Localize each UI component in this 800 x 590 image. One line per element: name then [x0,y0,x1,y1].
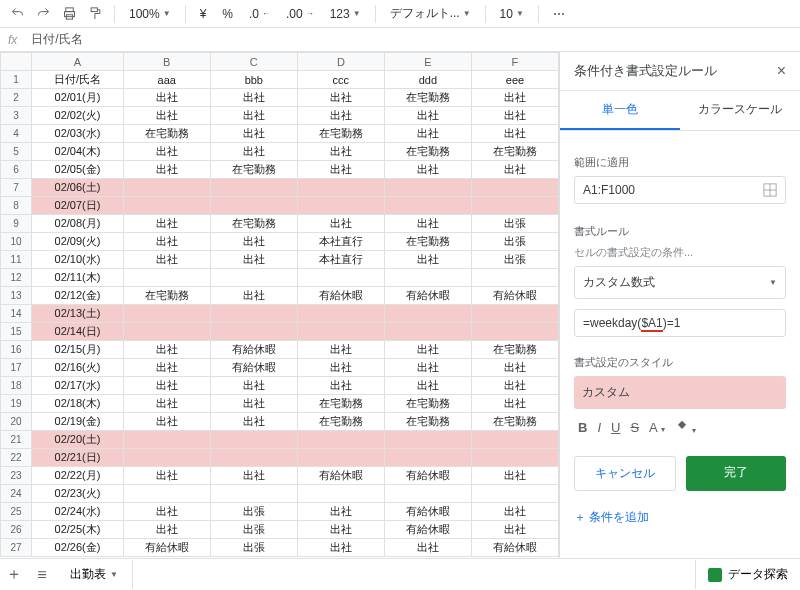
cell[interactable]: 出社 [471,395,558,413]
cell[interactable]: 有給休暇 [384,521,471,539]
cell[interactable]: 02/05(金) [32,161,124,179]
cell[interactable] [471,485,558,503]
font-select[interactable]: デフォルト...▼ [384,5,477,22]
row-header[interactable]: 23 [1,467,32,485]
paint-format-button[interactable] [84,3,106,25]
cell[interactable]: 02/02(火) [32,107,124,125]
cell[interactable]: 有給休暇 [384,467,471,485]
cell[interactable] [123,197,210,215]
cell[interactable]: 02/24(水) [32,503,124,521]
cell[interactable] [123,269,210,287]
cell[interactable] [471,197,558,215]
cell[interactable]: 出社 [297,377,384,395]
cell[interactable]: 在宅勤務 [123,287,210,305]
cell[interactable] [297,449,384,467]
cell[interactable]: 有給休暇 [123,539,210,557]
cell[interactable] [471,323,558,341]
cell[interactable]: 02/07(日) [32,197,124,215]
sheet-tab[interactable]: 出勤表 ▼ [56,560,133,589]
cell[interactable]: 出社 [384,359,471,377]
cell[interactable] [384,197,471,215]
cell[interactable] [210,305,297,323]
cell[interactable] [384,323,471,341]
cell[interactable] [123,449,210,467]
cell[interactable] [471,269,558,287]
cell[interactable] [471,449,558,467]
cell[interactable] [297,431,384,449]
cell[interactable] [123,485,210,503]
row-header[interactable]: 10 [1,233,32,251]
tab-color-scale[interactable]: カラースケール [680,91,800,130]
cell[interactable] [123,431,210,449]
cell[interactable]: 出張 [471,251,558,269]
cell[interactable]: 出社 [210,395,297,413]
cell[interactable]: 02/06(土) [32,179,124,197]
cell[interactable] [297,179,384,197]
row-header[interactable]: 19 [1,395,32,413]
cell[interactable]: 02/22(月) [32,467,124,485]
cell[interactable] [210,485,297,503]
cell[interactable]: 出張 [210,503,297,521]
cell[interactable] [471,431,558,449]
row-header[interactable]: 26 [1,521,32,539]
row-header[interactable]: 24 [1,485,32,503]
cell[interactable]: 有給休暇 [210,359,297,377]
col-header[interactable]: C [210,53,297,71]
cell[interactable]: 02/13(土) [32,305,124,323]
add-sheet-button[interactable]: ＋ [0,564,28,585]
cell[interactable]: 出社 [123,233,210,251]
cell[interactable]: 在宅勤務 [210,215,297,233]
cell[interactable]: 02/21(日) [32,449,124,467]
cell[interactable]: 出社 [471,359,558,377]
cell[interactable]: 出社 [384,161,471,179]
cell[interactable]: 出社 [297,215,384,233]
cell[interactable]: 有給休暇 [384,503,471,521]
cell[interactable]: 出社 [297,143,384,161]
row-header[interactable]: 20 [1,413,32,431]
cell[interactable]: 出社 [297,161,384,179]
cell[interactable] [297,269,384,287]
cell[interactable]: 出社 [123,413,210,431]
cell[interactable]: 出社 [471,521,558,539]
cell[interactable]: 在宅勤務 [471,341,558,359]
cell[interactable] [210,269,297,287]
cell[interactable]: 出社 [471,503,558,521]
row-header[interactable]: 25 [1,503,32,521]
cell[interactable]: 在宅勤務 [210,161,297,179]
cell[interactable]: 出張 [471,233,558,251]
cell[interactable]: ccc [297,71,384,89]
cell[interactable]: 出社 [384,539,471,557]
add-condition-button[interactable]: ＋ 条件を追加 [574,509,786,526]
cell[interactable]: 02/26(金) [32,539,124,557]
cell[interactable]: 出社 [471,125,558,143]
cell[interactable]: 在宅勤務 [297,395,384,413]
all-sheets-button[interactable]: ≡ [28,566,56,584]
row-header[interactable]: 2 [1,89,32,107]
cell[interactable]: 出社 [123,143,210,161]
cell[interactable]: 出社 [384,215,471,233]
cell[interactable] [384,449,471,467]
row-header[interactable]: 3 [1,107,32,125]
cell[interactable]: 02/10(水) [32,251,124,269]
cell[interactable] [471,179,558,197]
cell[interactable]: 在宅勤務 [297,125,384,143]
font-size-select[interactable]: 10▼ [494,7,530,21]
cell[interactable]: 02/25(木) [32,521,124,539]
cell[interactable] [210,431,297,449]
cell[interactable]: 出社 [297,89,384,107]
cell[interactable]: 出社 [297,503,384,521]
cell[interactable] [123,323,210,341]
cell[interactable]: 出社 [297,359,384,377]
cell[interactable]: 出社 [123,359,210,377]
cell[interactable]: 出張 [210,539,297,557]
cell[interactable]: 出社 [384,341,471,359]
cell[interactable]: 02/01(月) [32,89,124,107]
zoom-select[interactable]: 100%▼ [123,7,177,21]
cell[interactable]: 本社直行 [297,251,384,269]
cell[interactable] [297,305,384,323]
done-button[interactable]: 完了 [686,456,786,491]
cell[interactable]: 在宅勤務 [297,413,384,431]
cell[interactable] [210,197,297,215]
row-header[interactable]: 4 [1,125,32,143]
cell[interactable]: 出張 [210,521,297,539]
